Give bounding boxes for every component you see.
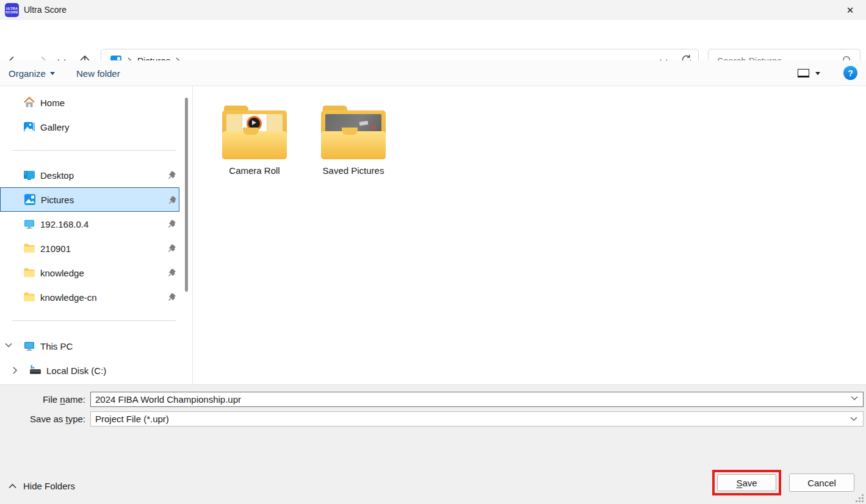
folder-icon	[23, 291, 35, 303]
gallery-icon	[23, 121, 35, 133]
navigation-pane: Home Gallery Desktop Pictures 192.168.0.…	[0, 86, 193, 384]
folder-icon	[23, 267, 35, 279]
sidebar-scrollbar[interactable]	[185, 98, 188, 292]
save-as-type-label: Save as type:	[0, 414, 85, 424]
save-as-type-select[interactable]: Project File (*.upr)	[90, 411, 864, 427]
pin-icon	[168, 268, 176, 277]
chevron-up-icon	[9, 483, 16, 489]
pictures-icon	[24, 193, 36, 206]
this-pc-icon	[23, 340, 35, 352]
window-title: Ultra Score	[24, 5, 67, 15]
folder-tile-camera-roll[interactable]: Camera Roll	[214, 101, 295, 176]
sidebar-item-210901[interactable]: 210901	[0, 236, 179, 261]
folder-tile-saved-pictures[interactable]: Saved Pictures	[312, 101, 394, 176]
local-disk-icon	[29, 364, 41, 376]
sidebar-item-desktop[interactable]: Desktop	[0, 163, 179, 187]
view-thumbnail-icon	[798, 69, 809, 77]
file-name-label: File name:	[0, 394, 85, 405]
file-name-input[interactable]	[90, 392, 864, 407]
organize-button[interactable]: Organize	[9, 60, 55, 86]
save-as-type-value: Project File (*.upr)	[95, 414, 169, 424]
help-button[interactable]: ?	[843, 66, 857, 80]
navigation-bar: Pictures	[0, 20, 866, 60]
folder-name: Saved Pictures	[323, 165, 384, 176]
title-bar: ULTRA SCORE Ultra Score ✕	[0, 0, 866, 20]
new-folder-button[interactable]: New folder	[76, 60, 120, 86]
main-region: Home Gallery Desktop Pictures 192.168.0.…	[0, 86, 866, 384]
sidebar-item-pictures[interactable]: Pictures	[0, 187, 179, 212]
sidebar-divider	[12, 320, 176, 321]
pin-icon	[168, 171, 176, 179]
folder-large-icon	[222, 101, 287, 159]
sidebar-item-gallery[interactable]: Gallery	[0, 115, 179, 139]
view-dropdown-arrow-icon	[815, 72, 820, 75]
sidebar-item-knowledge[interactable]: knowledge	[0, 261, 179, 285]
close-icon: ✕	[846, 5, 854, 16]
pin-icon	[168, 244, 176, 253]
file-name-combobox[interactable]	[90, 392, 864, 407]
cancel-button[interactable]: Cancel	[789, 473, 854, 492]
dropdown-arrow-icon	[50, 72, 55, 75]
folder-large-icon	[321, 101, 386, 159]
hide-folders-button[interactable]: Hide Folders	[9, 477, 75, 495]
app-logo-icon: ULTRA SCORE	[5, 3, 19, 17]
change-view-button[interactable]	[798, 60, 820, 86]
network-computer-icon	[23, 218, 35, 230]
resize-grip[interactable]	[856, 494, 864, 503]
dialog-toolbar: Organize New folder ?	[0, 60, 866, 86]
sidebar-item-local-disk-c[interactable]: Local Disk (C:)	[0, 358, 179, 383]
save-dialog-window: ULTRA SCORE Ultra Score ✕	[0, 0, 866, 504]
sidebar-divider	[12, 150, 176, 151]
sidebar-item-network-host[interactable]: 192.168.0.4	[0, 212, 179, 236]
pin-icon	[168, 220, 176, 228]
pin-icon	[168, 196, 177, 204]
folder-icon	[23, 242, 35, 254]
sidebar-item-knowledge-cn[interactable]: knowledge-cn	[0, 285, 179, 309]
close-button[interactable]: ✕	[838, 0, 862, 20]
chevron-down-icon[interactable]	[5, 342, 12, 348]
pin-icon	[168, 293, 176, 301]
chevron-down-icon	[850, 417, 857, 422]
save-button[interactable]: Save	[717, 474, 776, 491]
desktop-icon	[23, 169, 35, 181]
file-list-area[interactable]: Camera Roll Saved Pictures	[193, 86, 866, 384]
chevron-down-icon[interactable]	[851, 396, 858, 401]
home-icon	[23, 96, 35, 109]
sidebar-item-home[interactable]: Home	[0, 90, 179, 115]
bottom-panel: File name: Save as type: Project File (*…	[0, 384, 866, 504]
help-icon: ?	[848, 68, 853, 78]
folder-name: Camera Roll	[229, 165, 280, 176]
chevron-right-icon[interactable]	[12, 367, 18, 374]
sidebar-item-this-pc[interactable]: This PC	[0, 334, 179, 358]
